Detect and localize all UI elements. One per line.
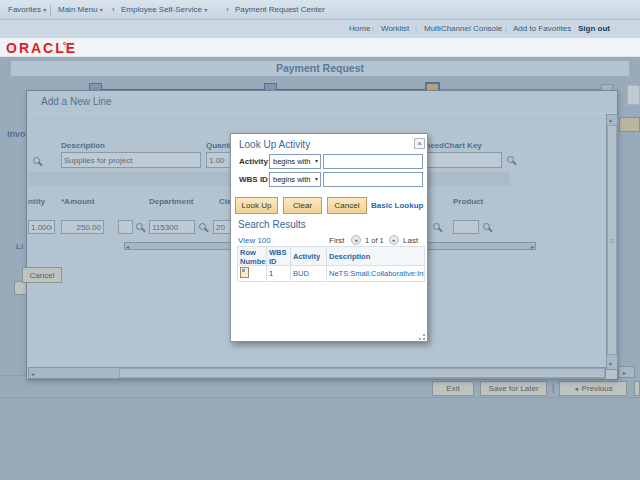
description-link[interactable]: NeTS:Small:Collaborative:Infra — [329, 269, 425, 278]
lookup-activity-dialog: Look Up Activity × Activity: begins with… — [230, 133, 428, 342]
pagination-last[interactable]: Last — [403, 236, 418, 245]
pagination-first[interactable]: First — [329, 236, 345, 245]
activity-link[interactable]: BUD — [293, 269, 309, 278]
screen: Favorites ▾ Main Menu ▾ › Employee Self-… — [0, 0, 640, 480]
lookup-icon[interactable] — [507, 156, 514, 163]
activity-input[interactable] — [323, 154, 423, 169]
wbs-id-operator-select[interactable]: begins with▾ — [269, 172, 321, 187]
chevron-down-icon: ▾ — [100, 7, 103, 13]
lookup-icon[interactable] — [33, 157, 40, 164]
pagination-page: 1 of 1 — [365, 236, 384, 245]
grid-account-field[interactable] — [118, 220, 133, 234]
clear-button[interactable]: Clear — [283, 197, 322, 214]
lookup-icon[interactable] — [483, 223, 490, 230]
worklist-link[interactable]: Worklist — [381, 24, 409, 33]
background-fragment — [627, 85, 640, 105]
col-header-activity: Activity — [291, 246, 327, 266]
lookup-icon[interactable] — [199, 223, 206, 230]
favorites-menu[interactable]: Favorites ▾ — [8, 5, 46, 14]
speedchart-key-label: SpeedChart Key — [420, 141, 482, 150]
scroll-down-icon[interactable]: ▾ — [609, 360, 612, 368]
brand-strip: ORACLE — [0, 38, 640, 57]
breadcrumb-sep: › — [226, 5, 229, 14]
divider: | — [372, 24, 374, 33]
lookup-icon[interactable] — [433, 223, 440, 230]
view-100-link[interactable]: View 100 — [238, 236, 271, 245]
scroll-up-icon[interactable]: ▴ — [609, 116, 612, 124]
modal-title: Add a New Line — [41, 96, 112, 107]
dialog-title: Look Up Activity — [239, 139, 310, 150]
chevron-down-icon: ▾ — [43, 7, 46, 13]
invoice-heading-fragment: Invo — [7, 129, 26, 139]
previous-arrow-icon: ◄ — [573, 386, 579, 392]
table-header-row: Row Number WBS ID Activity Description — [237, 246, 425, 266]
grid-header-department: Department — [149, 197, 193, 206]
activity-cell: BUD — [291, 266, 327, 282]
results-table: Row Number WBS ID Activity Description 1… — [237, 246, 425, 282]
activity-label: Activity: — [239, 157, 271, 166]
divider — [28, 113, 617, 114]
background-button-fragment[interactable] — [619, 117, 640, 132]
grid-header-product: Product — [453, 197, 483, 206]
cancel-button[interactable]: Cancel — [327, 197, 367, 214]
header-links-bar: Home | Worklist | MultiChannel Console |… — [0, 20, 640, 38]
scroll-right-icon[interactable]: ▸ — [531, 243, 534, 251]
look-up-button[interactable]: Look Up — [235, 197, 278, 214]
col-header-description: Description — [327, 246, 425, 266]
grid-amount-field[interactable] — [61, 220, 104, 234]
col-header-row-number: Row Number — [237, 246, 267, 266]
save-for-later-button[interactable]: Save for Later — [480, 381, 547, 396]
breadcrumb-employee-self-service[interactable]: Employee Self-Service ▾ — [121, 5, 207, 14]
description-cell: NeTS:Small:Collaborative:Infra — [327, 266, 425, 282]
divider — [0, 375, 26, 376]
scroll-left-icon[interactable]: ◂ — [126, 243, 129, 251]
grid-quantity-field[interactable] — [28, 220, 55, 234]
scroll-left-icon[interactable]: ◂ — [31, 370, 34, 378]
description-label: Description — [61, 141, 105, 150]
oracle-logo-mark — [63, 42, 66, 45]
multichannel-console-link[interactable]: MultiChannel Console — [424, 24, 502, 33]
table-row: 1 BUD NeTS:Small:Collaborative:Infra — [237, 266, 425, 282]
wbs-id-input[interactable] — [323, 172, 423, 187]
basic-lookup-link[interactable]: Basic Lookup — [371, 201, 423, 210]
previous-button[interactable]: ◄ Previous — [559, 381, 627, 396]
close-icon[interactable]: × — [414, 138, 425, 149]
modal-vscrollbar[interactable]: ▴ ≡ ▾ — [606, 114, 618, 370]
grid-product-field[interactable] — [453, 220, 479, 234]
wbs-id-label: WBS ID: — [239, 175, 271, 184]
description-field[interactable] — [61, 152, 201, 168]
breadcrumb-payment-request-center[interactable]: Payment Request Center — [235, 5, 325, 14]
pagination-prev-icon[interactable]: ◂ — [351, 235, 361, 245]
add-to-favorites-link[interactable]: Add to Favorites — [513, 24, 571, 33]
next-button-fragment[interactable] — [634, 381, 640, 396]
main-menu[interactable]: Main Menu ▾ — [58, 5, 103, 14]
grid-header-quantity: Quantity — [28, 197, 45, 207]
breadcrumb-bar: Favorites ▾ Main Menu ▾ › Employee Self-… — [0, 0, 640, 20]
search-results-heading: Search Results — [238, 219, 306, 230]
pagination-next-icon[interactable]: ▸ — [389, 235, 399, 245]
scroll-right-icon[interactable]: ▸ — [623, 369, 626, 377]
chevron-down-icon: ▾ — [315, 155, 318, 168]
modal-hscrollbar[interactable]: ◂ — [28, 367, 606, 379]
thumb-grip-icon: ≡ — [610, 238, 614, 244]
line-label-fragment: Li — [16, 242, 23, 251]
vscrollbar-thumb[interactable]: ≡ — [607, 125, 617, 355]
divider — [0, 397, 640, 398]
background-hscrollbar-fragment[interactable]: ▸ — [618, 366, 635, 378]
wbs-id-cell: 1 — [267, 266, 291, 282]
lookup-icon[interactable] — [136, 223, 143, 230]
grid-header-amount: *Amount — [61, 197, 94, 206]
divider — [50, 4, 51, 16]
sign-out-link[interactable]: Sign out — [578, 24, 610, 33]
chevron-down-icon: ▾ — [204, 7, 207, 13]
breadcrumb-sep: › — [112, 5, 115, 14]
resize-grip[interactable] — [416, 332, 425, 340]
speedchart-key-field[interactable] — [420, 152, 502, 168]
home-link[interactable]: Home — [349, 24, 370, 33]
cancel-button[interactable]: Cancel — [22, 267, 62, 283]
hscrollbar-thumb[interactable] — [119, 368, 605, 378]
exit-button[interactable]: Exit — [432, 381, 474, 396]
activity-operator-select[interactable]: begins with▾ — [269, 154, 321, 169]
grid-department-field[interactable] — [149, 220, 195, 234]
col-header-wbs-id: WBS ID — [267, 246, 291, 266]
